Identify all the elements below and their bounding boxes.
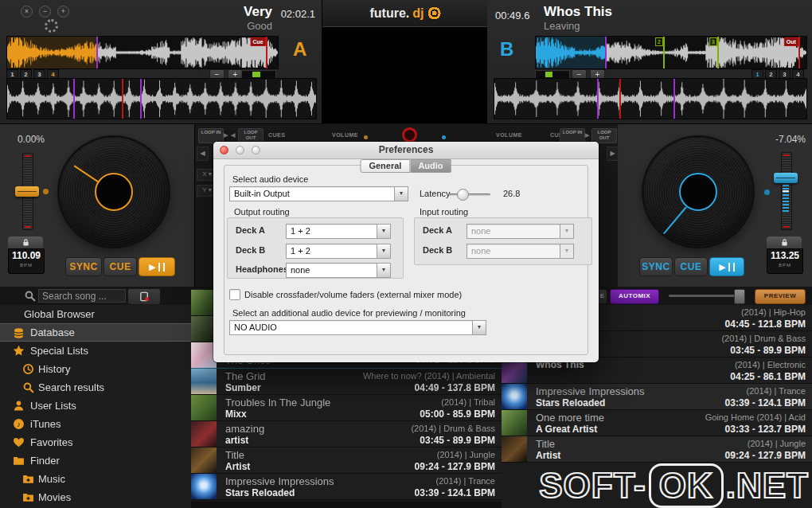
track-row[interactable]: TitleArtist(2014) | Jungle09:24 - 127.9 … xyxy=(502,436,812,463)
sidebar-item-favorites[interactable]: Favorites xyxy=(0,433,191,451)
record-list-icon xyxy=(139,291,150,303)
latency-slider[interactable] xyxy=(449,193,490,196)
pitch-fill xyxy=(783,185,789,212)
sidebar-item-label: Search results xyxy=(0,381,104,393)
pitch-handle[interactable] xyxy=(774,173,798,183)
track-row[interactable]: One more timeA Great ArtistGoing Home (2… xyxy=(502,410,812,436)
sidebar-item-history[interactable]: History xyxy=(0,360,191,378)
app-logo: future.dj xyxy=(322,0,488,27)
deck-b-sync-button[interactable]: SYNC xyxy=(639,257,673,276)
deck-b-controls: -7.04% 113.25 BPM SYNC CUE ▶ xyxy=(618,124,812,287)
chevron-down-icon: ▾ xyxy=(472,321,486,334)
track-title: Title xyxy=(225,449,412,461)
automix-button[interactable]: AUTOMIX xyxy=(610,289,659,304)
sidebar-item-music[interactable]: Music xyxy=(0,470,191,488)
search-input[interactable] xyxy=(38,289,126,303)
close-icon[interactable]: × xyxy=(21,6,33,18)
deck-b-cue-button[interactable]: CUE xyxy=(674,257,708,276)
list-zoom-handle[interactable] xyxy=(734,289,745,304)
nudge-right-button[interactable]: ▶ xyxy=(607,147,619,161)
close-traffic-light[interactable] xyxy=(220,146,228,154)
sidebar-item-label: History xyxy=(0,363,70,375)
loop-arrow-icon[interactable]: ◀ xyxy=(231,132,236,139)
bpm-unit: BPM xyxy=(9,263,44,268)
deck-b-play-button[interactable]: ▶ xyxy=(709,257,744,276)
preview-button[interactable]: PREVIEW xyxy=(755,289,806,304)
deck-a-cue-button[interactable]: CUE xyxy=(103,257,137,276)
pitch-reset-dot[interactable] xyxy=(764,190,770,195)
deck-a-play-button[interactable]: ▶ xyxy=(139,257,175,276)
deck-a-jog-wheel[interactable] xyxy=(60,138,168,246)
nudge-left-button[interactable]: ◀ xyxy=(197,147,209,161)
track-title: amazing xyxy=(225,423,408,435)
volume-label-b: VOLUME xyxy=(496,132,522,138)
track-row[interactable]: TitleArtist(2014) | Jungle09:24 - 127.9 … xyxy=(191,447,502,474)
sidebar-item-search-results[interactable]: Search results xyxy=(0,378,191,397)
routing-select[interactable]: none▾ xyxy=(286,263,391,278)
record-playlist-button[interactable] xyxy=(127,288,161,305)
bpm-value: 110.09 xyxy=(9,249,44,263)
tab-audio[interactable]: Audio xyxy=(410,159,451,173)
deck-a-sync-button[interactable]: SYNC xyxy=(65,257,102,276)
routing-select[interactable]: 1 + 2▾ xyxy=(286,244,391,259)
sidebar-item-database[interactable]: Database xyxy=(0,323,191,342)
pitch-reset-dot[interactable] xyxy=(43,189,49,194)
track-row[interactable]: Impressive ImpressionsStars Reloaded(201… xyxy=(191,474,502,500)
deck-b-waveform[interactable]: 23Out xyxy=(535,36,807,69)
latency-slider-knob[interactable] xyxy=(457,189,469,201)
sidebar-item-movies[interactable]: Movies xyxy=(0,488,191,506)
deck-b-track-artist: Leaving xyxy=(544,20,612,33)
sidebar-item-special-lists[interactable]: Special Lists xyxy=(0,342,191,360)
deck-a-waveform[interactable]: Cue xyxy=(6,36,279,69)
routing-select[interactable]: none▾ xyxy=(467,224,574,239)
zoom-traffic-light[interactable] xyxy=(252,146,260,154)
additional-device-label: Select an additional audio device for pr… xyxy=(232,308,466,318)
heart-icon xyxy=(13,436,25,448)
pitch-handle[interactable] xyxy=(15,186,39,197)
vu-dot-a xyxy=(364,135,368,139)
watermark-ok: OK xyxy=(649,463,724,508)
itunes-icon: ♪ xyxy=(13,418,25,430)
track-title: Title xyxy=(536,438,722,450)
track-row[interactable]: amazingartist(2014) | Drum & Bass03:45 -… xyxy=(191,421,502,447)
dialog-titlebar[interactable]: Preferences xyxy=(213,142,599,159)
tab-general[interactable]: General xyxy=(360,159,410,173)
track-row[interactable]: The GridSumberWhere to now? (2014) | Amb… xyxy=(191,369,502,395)
record-button[interactable] xyxy=(402,127,417,143)
deck-b-pitch-slider[interactable] xyxy=(772,152,799,230)
deck-a-bpm-lock-button[interactable] xyxy=(8,236,43,248)
sidebar-item-finder[interactable]: Finder xyxy=(0,451,191,470)
track-row[interactable]: Troubles In The JungleMixx(2014) | Triba… xyxy=(191,395,502,421)
audio-device-select[interactable]: Built-in Output▾ xyxy=(229,186,408,201)
play-icon: ▶ xyxy=(149,263,155,272)
watermark-text: SOFT- xyxy=(539,466,646,506)
sidebar-item-itunes[interactable]: ♪iTunes xyxy=(0,415,191,433)
deck-a-time: 02:02.1 xyxy=(281,8,315,20)
loop-arrow-icon[interactable]: ▶ xyxy=(224,132,228,139)
deck-b-bpm-lock-button[interactable] xyxy=(767,236,802,248)
disable-crossfader-checkbox[interactable] xyxy=(229,289,240,300)
vu-dot-b xyxy=(442,135,446,139)
minimize-icon[interactable]: − xyxy=(39,6,51,18)
output-routing-group: Deck A1 + 2▾Deck B1 + 2▾Headphonesnone▾ xyxy=(227,217,404,279)
wave-marker xyxy=(73,79,75,119)
latency-label: Latency xyxy=(420,189,451,198)
sidebar-item-global-browser[interactable]: Global Browser xyxy=(0,305,191,323)
sidebar-item-user-lists[interactable]: User Lists xyxy=(0,397,191,415)
track-title: Impressive Impressions xyxy=(536,385,722,397)
deck-a-overview-waveform[interactable] xyxy=(6,78,317,119)
routing-select[interactable]: none▾ xyxy=(467,244,574,259)
routing-select[interactable]: 1 + 2▾ xyxy=(286,224,391,239)
track-duration-bpm: 05:00 - 85.9 BPM xyxy=(420,408,495,420)
additional-device-select[interactable]: NO AUDIO▾ xyxy=(229,320,486,335)
maximize-icon[interactable]: + xyxy=(57,6,69,18)
loop-arrow-icon[interactable]: ▶ xyxy=(585,132,590,139)
deck-b-jog-wheel[interactable] xyxy=(644,138,752,246)
track-row[interactable]: Impressive ImpressionsStars Reloaded(201… xyxy=(502,384,812,410)
wave-marker xyxy=(140,79,142,119)
track-title: Impressive Impressions xyxy=(225,475,412,487)
deck-b-overview-waveform[interactable] xyxy=(494,78,807,119)
minimize-traffic-light[interactable] xyxy=(236,146,244,154)
gear-icon[interactable] xyxy=(45,19,58,33)
deck-a-pitch-slider[interactable] xyxy=(14,153,41,230)
